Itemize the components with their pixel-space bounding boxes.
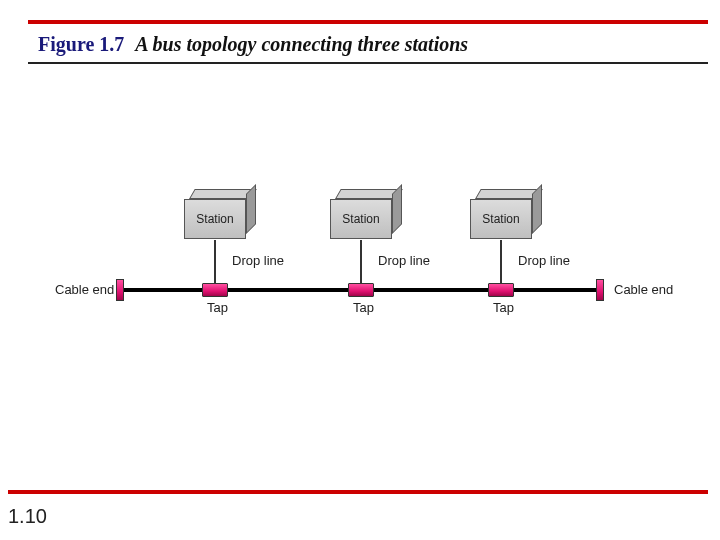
tap-1	[202, 283, 228, 297]
tap-2	[348, 283, 374, 297]
page-number: 1.10	[8, 505, 47, 528]
station-1-top	[189, 189, 257, 199]
label-cable-end-right: Cable end	[614, 282, 673, 297]
station-1-label: Station	[196, 212, 233, 226]
drop-line-2	[360, 240, 362, 283]
station-2-front: Station	[330, 199, 392, 239]
station-3-side	[532, 184, 542, 234]
tap-3	[488, 283, 514, 297]
cable-terminator-left	[116, 279, 124, 301]
station-3-front: Station	[470, 199, 532, 239]
divider-bottom	[8, 490, 708, 494]
label-drop-line-1: Drop line	[232, 253, 284, 268]
station-2: Station	[330, 189, 402, 239]
drop-line-3	[500, 240, 502, 283]
backbone-cable	[120, 288, 600, 292]
station-2-side	[392, 184, 402, 234]
bus-topology-diagram: Cable end Cable end Station Drop line Ta…	[0, 0, 720, 540]
divider-under-title	[28, 62, 708, 64]
cable-terminator-right	[596, 279, 604, 301]
station-2-top	[335, 189, 403, 199]
drop-line-1	[214, 240, 216, 283]
label-tap-3: Tap	[493, 300, 514, 315]
station-3-top	[475, 189, 543, 199]
label-cable-end-left: Cable end	[55, 282, 114, 297]
station-3-label: Station	[482, 212, 519, 226]
figure-caption: A bus topology connecting three stations	[135, 33, 468, 55]
station-1: Station	[184, 189, 256, 239]
label-drop-line-3: Drop line	[518, 253, 570, 268]
figure-title: Figure 1.7 A bus topology connecting thr…	[38, 33, 468, 56]
label-tap-2: Tap	[353, 300, 374, 315]
figure-number: Figure 1.7	[38, 33, 124, 55]
station-2-label: Station	[342, 212, 379, 226]
label-drop-line-2: Drop line	[378, 253, 430, 268]
station-1-front: Station	[184, 199, 246, 239]
label-tap-1: Tap	[207, 300, 228, 315]
station-1-side	[246, 184, 256, 234]
divider-top	[28, 20, 708, 24]
station-3: Station	[470, 189, 542, 239]
